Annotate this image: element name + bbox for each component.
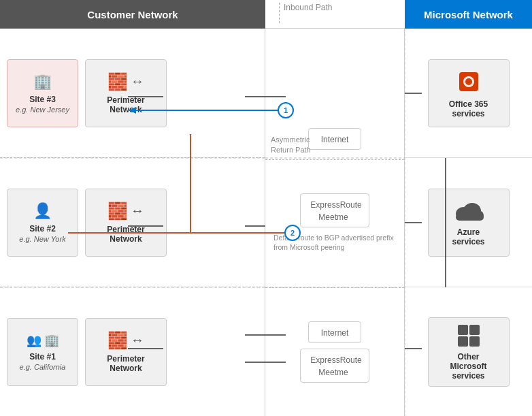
site2-label: Site #2: [29, 224, 56, 234]
row-site1: 👥 🏢 Site #1 e.g. California 🧱 ↔ Perimete…: [0, 287, 265, 416]
header-row: Customer Network Inbound Path Microsoft …: [0, 0, 532, 29]
ms-azure-section: Azure services: [405, 158, 532, 287]
inbound-path-label: Inbound Path: [279, 3, 332, 23]
perimeter2-icons: 🧱 ↔: [107, 202, 144, 221]
middle-bottom: Internet ExpressRouteMeetme: [265, 288, 404, 416]
perimeter2-label: Perimeter Network: [107, 225, 144, 244]
row-site2: 👤 Site #2 e.g. New York 🧱 ↔ Perimeter Ne…: [0, 158, 265, 287]
customer-network-header: Customer Network: [0, 0, 265, 29]
office365-icon: [455, 68, 482, 95]
other-ms-label: Other Microsoft services: [450, 352, 487, 381]
svg-rect-7: [458, 325, 468, 335]
site1-icons: 👥 🏢: [27, 333, 59, 348]
microsoft-header-label: Microsoft Network: [424, 9, 513, 20]
perimeter-box-1: 🧱 ↔ Perimeter Network: [85, 318, 167, 386]
perimeter1-label: Perimeter Network: [107, 354, 144, 373]
customer-header-label: Customer Network: [87, 9, 178, 20]
office365-box: Office 365 services: [428, 59, 510, 127]
azure-label: Azure services: [452, 227, 484, 246]
perimeter3-label: Perimeter Network: [107, 95, 144, 114]
person-icon-1a: 👥: [27, 333, 41, 348]
row-site3: 🏢 Site #3 e.g. New Jersey 🧱 ↔ Perimeter …: [0, 29, 265, 158]
site2-sublabel: e.g. New York: [19, 235, 65, 243]
expressroute-box-mid: ExpressRouteMeetme: [300, 193, 369, 227]
router-icon-2: ↔: [131, 203, 144, 219]
perimeter-box-2: 🧱 ↔ Perimeter Network: [85, 189, 167, 257]
perimeter1-icons: 🧱 ↔: [107, 331, 144, 350]
firewall-icon-1: 🧱: [107, 331, 128, 350]
building-icon-1b: 🏢: [44, 333, 59, 348]
azure-box: Azure services: [428, 189, 510, 257]
header-middle: Inbound Path: [265, 0, 405, 29]
router-icon-1: ↔: [131, 332, 144, 348]
internet-top-label: Internet: [318, 134, 352, 145]
main-area: 🏢 Site #3 e.g. New Jersey 🧱 ↔ Perimeter …: [0, 29, 532, 416]
building-icon-3a: 🏢: [33, 73, 52, 91]
svg-rect-9: [458, 336, 468, 347]
middle-column: Internet Asymmetric Return Path ExpressR…: [265, 29, 405, 416]
router-icon-3: ↔: [131, 74, 144, 89]
diagram: Customer Network Inbound Path Microsoft …: [0, 0, 532, 416]
site1-box: 👥 🏢 Site #1 e.g. California: [7, 318, 78, 386]
microsoft-column: Office 365 services Azure services: [405, 29, 532, 416]
svg-rect-6: [456, 214, 484, 221]
middle-top: Internet Asymmetric Return Path: [265, 29, 404, 160]
ms-office365-section: Office 365 services: [405, 29, 532, 158]
site3-sublabel: e.g. New Jersey: [16, 106, 69, 114]
ms-other-section: Other Microsoft services: [405, 287, 532, 416]
internet-bottom-label: Internet: [318, 327, 352, 338]
firewall-icon-3: 🧱: [107, 72, 128, 91]
asymmetric-label: Asymmetric Return Path: [271, 135, 311, 155]
site3-label: Site #3: [29, 95, 56, 104]
default-route-label: Default route to BGP advertised prefix f…: [269, 230, 400, 255]
other-ms-box: Other Microsoft services: [428, 317, 510, 387]
office365-label: Office 365 services: [449, 99, 488, 118]
middle-center: ExpressRouteMeetme Default route to BGP …: [265, 160, 404, 289]
site1-label: Site #1: [29, 352, 56, 362]
svg-point-2: [465, 78, 472, 85]
site1-sublabel: e.g. California: [20, 363, 66, 371]
firewall-icon-2: 🧱: [107, 202, 128, 221]
svg-rect-10: [469, 336, 480, 347]
azure-icon: [454, 199, 484, 223]
windows-icon: [456, 323, 481, 348]
microsoft-network-header: Microsoft Network: [405, 0, 532, 29]
customer-column: 🏢 Site #3 e.g. New Jersey 🧱 ↔ Perimeter …: [0, 29, 265, 416]
site3-icons: 🏢: [33, 73, 52, 91]
expressroute-mid-label: ExpressRouteMeetme: [307, 199, 361, 223]
site2-box: 👤 Site #2 e.g. New York: [7, 189, 78, 257]
perimeter3-icons: 🧱 ↔: [107, 72, 144, 91]
svg-rect-8: [469, 325, 480, 335]
site2-icons: 👤: [33, 202, 52, 220]
internet-box-bottom: Internet: [308, 321, 362, 343]
site3-box: 🏢 Site #3 e.g. New Jersey: [7, 59, 78, 127]
internet-box-top: Internet: [308, 128, 362, 150]
expressroute-bottom-label: ExpressRouteMeetme: [307, 355, 361, 378]
expressroute-box-bottom: ExpressRouteMeetme: [300, 349, 369, 383]
person-icon-2: 👤: [33, 202, 52, 220]
perimeter-box-3: 🧱 ↔ Perimeter Network: [85, 59, 167, 127]
